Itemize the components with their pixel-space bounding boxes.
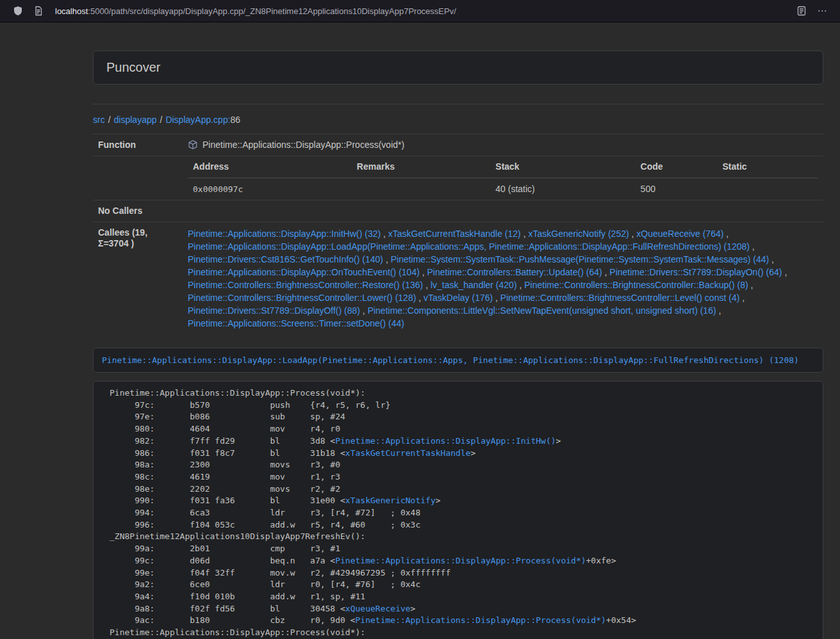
callee-link[interactable]: lv_task_handler (420) xyxy=(431,280,517,290)
callee-separator: , xyxy=(748,280,754,290)
url-bar[interactable]: localhost:5000/path/src/displayapp/Displ… xyxy=(55,6,791,16)
callee-separator: , xyxy=(423,280,431,290)
callee-link[interactable]: Pinetime::Drivers::Cst816S::GetTouchInfo… xyxy=(188,254,383,264)
asm-line: 98a: 2300 movs r3, #0 xyxy=(110,459,807,471)
column-header-code: Code xyxy=(636,156,718,178)
function-name: Pinetime::Applications::DisplayApp::Proc… xyxy=(202,140,404,150)
asm-line: 99a: 2b01 cmp r3, #1 xyxy=(110,543,807,555)
asm-line: _ZN8Pinetime12Applications10DisplayApp7R… xyxy=(110,531,807,543)
callee-separator: , xyxy=(716,305,721,316)
detail-value-row: 0x0000097c 40 (static) 500 xyxy=(188,178,818,200)
breadcrumb-separator: / xyxy=(160,115,163,125)
asm-line: 990: f031 fa36 bl 31e00 <xTaskGenericNot… xyxy=(110,495,807,507)
callee-separator: , xyxy=(629,229,637,239)
asm-line: Pinetime::Applications::DisplayApp::Proc… xyxy=(110,627,807,639)
callee-link[interactable]: Pinetime::Components::LittleVgl::SetNewT… xyxy=(368,305,716,316)
row-label-empty xyxy=(93,156,183,200)
main-content: Puncover src/displayapp/DisplayApp.cpp:8… xyxy=(93,51,823,639)
callee-link[interactable]: Pinetime::Applications::Screens::Timer::… xyxy=(188,318,404,328)
callee-separator: , xyxy=(517,280,525,290)
callee-separator: , xyxy=(602,267,610,277)
callee-separator: , xyxy=(420,267,427,277)
asm-line: 986: f031 f8c7 bl 31b18 <xTaskGetCurrent… xyxy=(110,448,807,460)
page-info-icon[interactable] xyxy=(33,6,44,16)
disassembly-panel: Pinetime::Applications::DisplayApp::Proc… xyxy=(93,381,823,639)
stack-value: 40 (static) xyxy=(490,178,635,200)
breadcrumb-link-src[interactable]: src xyxy=(93,115,105,125)
callee-separator: , xyxy=(769,254,774,264)
url-host: localhost xyxy=(55,6,88,16)
callees-cell: Pinetime::Applications::DisplayApp::Init… xyxy=(183,222,823,336)
callee-link[interactable]: Pinetime::Applications::DisplayApp::Load… xyxy=(188,241,750,252)
asm-line: 99e: f04f 32ff mov.w r2, #4294967295 ; 0… xyxy=(110,567,807,579)
callee-link[interactable]: Pinetime::Applications::DisplayApp::OnTo… xyxy=(188,267,420,277)
reader-mode-icon[interactable] xyxy=(796,6,807,16)
asm-line: 994: 6ca3 ldr r3, [r4, #72] ; 0x48 xyxy=(110,507,807,519)
callee-separator: , xyxy=(381,229,388,239)
breadcrumb-link-file[interactable]: DisplayApp.cpp: xyxy=(165,115,230,125)
no-callers-label: No Callers xyxy=(93,200,183,222)
callee-link[interactable]: xQueueReceive (764) xyxy=(636,229,723,239)
divider xyxy=(93,104,823,104)
column-header-address: Address xyxy=(188,156,352,178)
callee-link[interactable]: vTaskDelay (176) xyxy=(424,293,493,303)
callee-link[interactable]: Pinetime::Controllers::BrightnessControl… xyxy=(188,280,423,290)
callee-separator: , xyxy=(750,241,755,252)
asm-line: Pinetime::Applications::DisplayApp::Proc… xyxy=(110,387,807,400)
asm-line: 9a2: 6ce0 ldr r0, [r4, #76] ; 0x4c xyxy=(110,579,807,591)
no-callers-cell xyxy=(183,200,823,222)
asm-symbol-link[interactable]: Pinetime::Applications::DisplayApp::Proc… xyxy=(335,556,586,565)
code-value: 500 xyxy=(636,178,718,200)
callee-link[interactable]: Pinetime::Drivers::St7789::DisplayOff() … xyxy=(188,305,360,316)
function-type-icon xyxy=(188,140,198,150)
asm-line: 9a4: f10d 010b add.w r1, sp, #11 xyxy=(110,591,807,603)
asm-line: 9a8: f02f fd56 bl 30458 <xQueueReceive> xyxy=(110,603,807,615)
asm-line: 980: 4604 mov r4, r0 xyxy=(110,423,807,435)
callee-link[interactable]: Pinetime::System::SystemTask::PushMessag… xyxy=(391,254,770,264)
callees-list: Pinetime::Applications::DisplayApp::Init… xyxy=(188,227,818,330)
callee-link[interactable]: Pinetime::Applications::DisplayApp::Init… xyxy=(188,229,381,239)
asm-symbol-link[interactable]: Pinetime::Applications::DisplayApp::Init… xyxy=(335,436,556,446)
callee-link[interactable]: Pinetime::Controllers::BrightnessControl… xyxy=(188,293,416,303)
selected-callee-panel: Pinetime::Applications::DisplayApp::Load… xyxy=(93,348,823,373)
no-callers-row: No Callers xyxy=(93,200,823,222)
function-table: Function Pinetime::Applications::Display… xyxy=(93,134,823,335)
callee-separator: , xyxy=(493,293,500,303)
asm-symbol-link[interactable]: xQueueReceive xyxy=(345,604,411,613)
callee-link[interactable]: xTaskGetCurrentTaskHandle (12) xyxy=(388,229,521,239)
callee-separator: , xyxy=(521,229,529,239)
asm-line: 98c: 4619 mov r1, r3 xyxy=(110,471,807,483)
asm-line: 9ac: b180 cbz r0, 9d0 <Pinetime::Applica… xyxy=(110,615,807,627)
asm-line: 97c: b570 push {r4, r5, r6, lr} xyxy=(110,400,807,412)
callee-link[interactable]: Pinetime::Controllers::Battery::Update()… xyxy=(427,267,602,277)
breadcrumb-link-displayapp[interactable]: displayapp xyxy=(114,115,157,125)
callee-separator: , xyxy=(416,293,424,303)
function-row-label: Function xyxy=(93,134,183,156)
function-detail-row: Address Remarks Stack Code Static 0x0000… xyxy=(93,156,823,200)
callee-separator: , xyxy=(739,293,745,303)
breadcrumb-separator: / xyxy=(108,115,111,125)
tracking-shield-icon[interactable] xyxy=(13,6,23,16)
asm-symbol-link[interactable]: xTaskGetCurrentTaskHandle xyxy=(345,448,471,458)
selected-callee-link[interactable]: Pinetime::Applications::DisplayApp::Load… xyxy=(102,355,799,365)
breadcrumb: src/displayapp/DisplayApp.cpp:86 xyxy=(93,115,823,125)
callee-link[interactable]: Pinetime::Drivers::St7789::DisplayOn() (… xyxy=(609,267,782,277)
asm-line: 982: f7ff fd29 bl 3d8 <Pinetime::Applica… xyxy=(110,435,807,448)
address-value: 0x0000097c xyxy=(188,178,352,200)
remarks-value xyxy=(352,178,490,200)
breadcrumb-line-number: 86 xyxy=(231,115,241,125)
asm-symbol-link[interactable]: Pinetime::Applications::DisplayApp::Proc… xyxy=(356,615,606,625)
column-header-stack: Stack xyxy=(490,156,635,178)
asm-line: 97e: b086 sub sp, #24 xyxy=(110,411,807,423)
app-header-panel: Puncover xyxy=(93,51,823,85)
callee-link[interactable]: Pinetime::Controllers::BrightnessControl… xyxy=(500,293,739,303)
column-header-static: Static xyxy=(718,156,818,178)
callee-separator: , xyxy=(782,267,787,277)
asm-line: 996: f104 053c add.w r5, r4, #60 ; 0x3c xyxy=(110,519,807,531)
callee-link[interactable]: xTaskGenericNotify (252) xyxy=(528,229,629,239)
page-actions-icon[interactable]: ⋯ xyxy=(817,6,827,16)
callee-separator: , xyxy=(360,305,368,316)
page-title: Puncover xyxy=(106,60,161,74)
asm-symbol-link[interactable]: xTaskGenericNotify xyxy=(345,496,436,505)
callee-link[interactable]: Pinetime::Controllers::BrightnessControl… xyxy=(524,280,748,290)
